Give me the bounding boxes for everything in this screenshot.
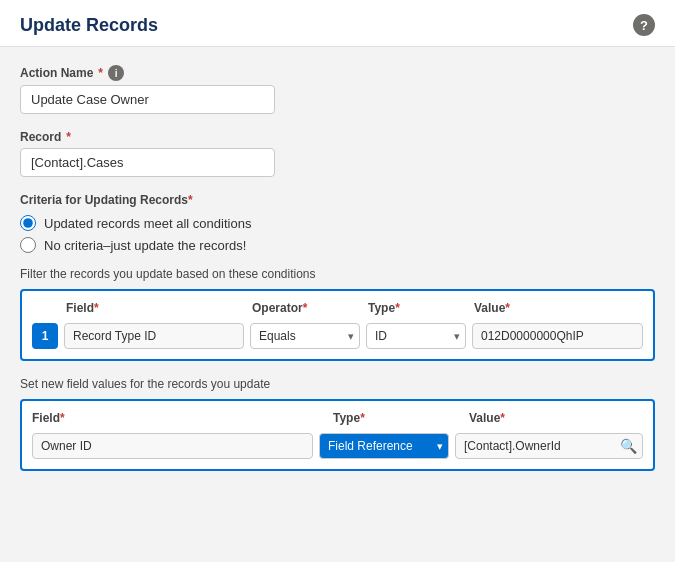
new-values-header: Field* Type* Value* [32, 411, 643, 425]
nv-type-wrapper: Field Reference Value Formula [319, 433, 449, 459]
criteria-title: Criteria for Updating Records* [20, 193, 655, 207]
filter-operator-wrapper: Equals Not Equals Contains [250, 323, 360, 349]
new-values-row: Field Reference Value Formula 🔍 [32, 433, 643, 459]
action-name-label: Action Name* i [20, 65, 655, 81]
modal-title: Update Records [20, 15, 158, 36]
new-values-box: Field* Type* Value* Field Reference Valu [20, 399, 655, 471]
filter-col-value-header: Value* [474, 301, 643, 315]
filter-header: Field* Operator* Type* Value* [32, 301, 643, 315]
criteria-radio-1[interactable] [20, 215, 36, 231]
help-icon[interactable]: ? [633, 14, 655, 36]
filter-row-num: 1 [32, 323, 58, 349]
filter-box: Field* Operator* Type* Value* 1 [20, 289, 655, 361]
filter-col-type-header: Type* [368, 301, 468, 315]
filter-row: 1 Equals Not Equals Contains ID String [32, 323, 643, 349]
filter-section: Filter the records you update based on t… [20, 267, 655, 361]
modal-body: Action Name* i Record* Criteria for Upda… [0, 47, 675, 505]
nv-col-type-header: Type* [333, 411, 463, 425]
filter-type-wrapper: ID String Boolean [366, 323, 466, 349]
action-name-group: Action Name* i [20, 65, 655, 114]
record-label: Record* [20, 130, 655, 144]
nv-col-value-header: Value* [469, 411, 643, 425]
filter-operator-select[interactable]: Equals Not Equals Contains [250, 323, 360, 349]
new-values-section: Set new field values for the records you… [20, 377, 655, 471]
modal-header: Update Records ? [0, 0, 675, 47]
criteria-option-1[interactable]: Updated records meet all conditions [20, 215, 655, 231]
nv-col-field-header: Field* [32, 411, 327, 425]
record-group: Record* [20, 130, 655, 177]
filter-col-field-header: Field* [66, 301, 246, 315]
modal-container: Update Records ? Action Name* i Record* … [0, 0, 675, 562]
nv-type-select[interactable]: Field Reference Value Formula [319, 433, 449, 459]
criteria-section: Criteria for Updating Records* Updated r… [20, 193, 655, 253]
nv-field-input[interactable] [32, 433, 313, 459]
info-icon[interactable]: i [108, 65, 124, 81]
nv-search-button[interactable]: 🔍 [620, 438, 637, 454]
filter-field-input[interactable] [64, 323, 244, 349]
nv-value-wrapper: 🔍 [455, 433, 643, 459]
filter-value-input[interactable] [472, 323, 643, 349]
criteria-option-2[interactable]: No criteria–just update the records! [20, 237, 655, 253]
action-name-input[interactable] [20, 85, 275, 114]
filter-type-select[interactable]: ID String Boolean [366, 323, 466, 349]
new-values-title: Set new field values for the records you… [20, 377, 655, 391]
nv-value-input[interactable] [455, 433, 643, 459]
criteria-radio-2[interactable] [20, 237, 36, 253]
filter-col-operator-header: Operator* [252, 301, 362, 315]
criteria-radio-group: Updated records meet all conditions No c… [20, 215, 655, 253]
record-input[interactable] [20, 148, 275, 177]
filter-title: Filter the records you update based on t… [20, 267, 655, 281]
